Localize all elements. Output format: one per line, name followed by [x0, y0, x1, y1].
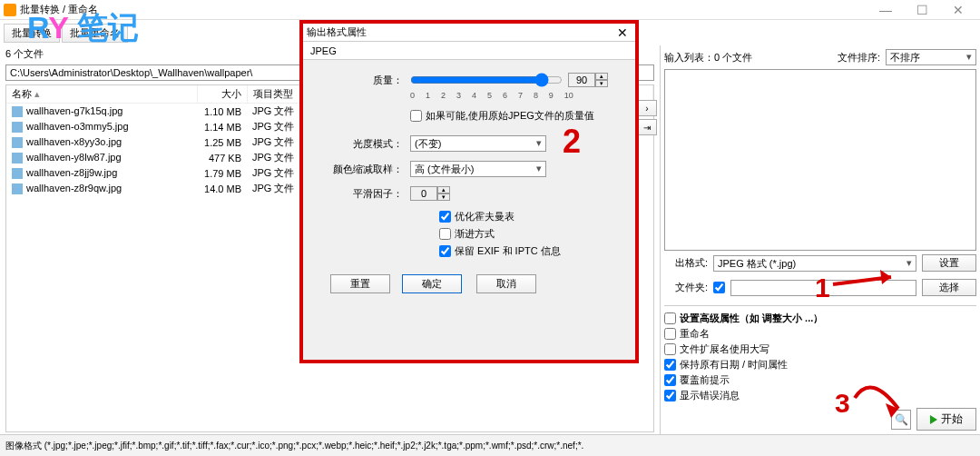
format-select[interactable]: JPEG 格式 (*.jpg): [713, 255, 916, 272]
maximize-button[interactable]: ☐: [904, 0, 940, 20]
close-button[interactable]: ✕: [940, 0, 976, 20]
cancel-button[interactable]: 取消: [476, 274, 536, 293]
folder-label: 文件夹:: [664, 281, 708, 294]
rename-checkbox[interactable]: [664, 328, 676, 340]
overwrite-checkbox[interactable]: [664, 374, 676, 386]
tab-batch-rename[interactable]: 批量重命名: [62, 24, 128, 43]
move-all-right-button[interactable]: ⇥: [637, 119, 657, 135]
smooth-value[interactable]: 0: [410, 186, 437, 201]
annotation-2: 2: [563, 123, 581, 161]
start-button[interactable]: 开始: [916, 408, 976, 431]
file-icon: [12, 106, 23, 117]
folder-input[interactable]: [730, 280, 916, 296]
adv-label: 设置高级属性（如 调整大小 ...）: [680, 312, 823, 325]
window-buttons: — ☐ ✕: [867, 0, 976, 20]
settings-button[interactable]: 设置: [922, 254, 976, 272]
file-icon: [12, 137, 23, 148]
file-icon: [12, 168, 23, 179]
smooth-label: 平滑因子：: [330, 187, 403, 201]
input-file-list[interactable]: [664, 69, 976, 251]
quality-ticks: 012345678910: [410, 91, 573, 100]
keepdate-checkbox[interactable]: [664, 359, 676, 371]
transfer-buttons: › ⇥: [637, 100, 657, 135]
ok-button[interactable]: 确定: [402, 274, 462, 293]
subsample-select[interactable]: 高 (文件最小): [410, 161, 546, 177]
subsample-label: 颜色缩减取样：: [330, 163, 403, 176]
window-title: 批量转换 / 重命名: [20, 3, 867, 16]
sort-select[interactable]: 不排序: [886, 49, 976, 65]
app-icon: [4, 4, 16, 16]
use-orig-quality-checkbox[interactable]: [410, 110, 422, 122]
dialog-tab-jpeg[interactable]: JPEG: [303, 42, 635, 60]
reset-button[interactable]: 重置: [330, 274, 390, 293]
file-icon: [12, 122, 23, 133]
grayscale-label: 光度模式：: [330, 137, 403, 151]
quality-slider[interactable]: [410, 73, 563, 87]
showerr-checkbox[interactable]: [664, 390, 676, 401]
tab-batch-convert[interactable]: 批量转换: [4, 24, 60, 43]
upperext-checkbox[interactable]: [664, 343, 676, 355]
huffman-checkbox[interactable]: [439, 211, 451, 223]
input-list-label: 输入列表：0 个文件: [664, 51, 752, 64]
adv-checkbox[interactable]: [664, 312, 676, 324]
grayscale-select[interactable]: (不变): [410, 135, 546, 152]
footer-formats: 图像格式 (*.jpg;*.jpe;*.jpeg;*.jfif;*.bmp;*.…: [0, 434, 980, 456]
play-icon: [930, 415, 937, 424]
smooth-spinner[interactable]: ▴▾: [437, 186, 450, 201]
progressive-checkbox[interactable]: [439, 228, 451, 240]
quality-value[interactable]: 90: [568, 73, 595, 87]
dialog-close-icon[interactable]: ✕: [613, 25, 632, 40]
exif-checkbox[interactable]: [439, 245, 451, 257]
preview-button[interactable]: 🔍: [891, 410, 911, 430]
quality-spinner[interactable]: ▴▾: [595, 73, 608, 87]
magnifier-icon: 🔍: [895, 413, 908, 426]
titlebar: 批量转换 / 重命名 — ☐ ✕: [0, 0, 980, 20]
file-icon: [12, 183, 23, 194]
format-label: 出格式:: [664, 256, 708, 270]
col-name[interactable]: 名称 ▴: [6, 85, 197, 104]
folder-checkbox[interactable]: [713, 282, 725, 293]
dialog-title: 输出格式属性: [307, 25, 367, 39]
move-right-button[interactable]: ›: [637, 100, 657, 116]
quality-label: 质量：: [330, 74, 403, 87]
right-pane: 输入列表：0 个文件 文件排序: 不排序 出格式: JPEG 格式 (*.jpg…: [661, 45, 980, 434]
sort-label: 文件排序:: [838, 51, 880, 64]
output-format-dialog: 输出格式属性 ✕ JPEG 质量： 90 ▴▾ 012345678910 如果可…: [299, 20, 639, 363]
col-size[interactable]: 大小: [197, 85, 247, 104]
browse-button[interactable]: 选择: [922, 279, 976, 296]
file-icon: [12, 153, 23, 164]
minimize-button[interactable]: —: [867, 0, 904, 20]
